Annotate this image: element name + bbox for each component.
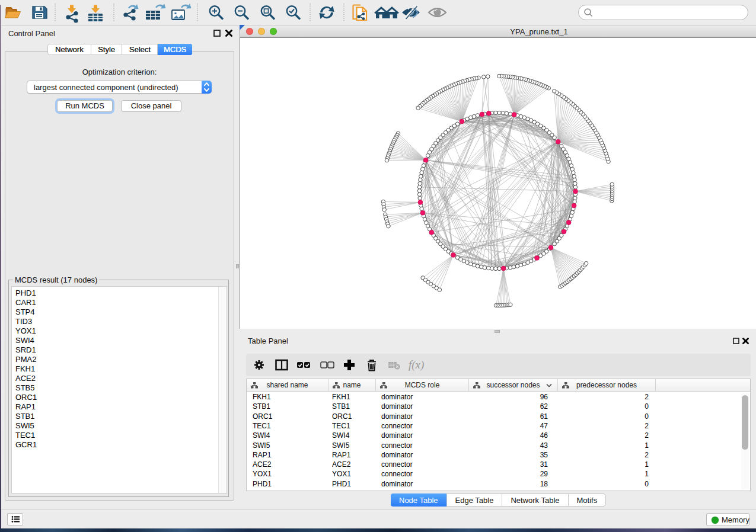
svg-text:f(x): f(x) bbox=[409, 358, 424, 371]
